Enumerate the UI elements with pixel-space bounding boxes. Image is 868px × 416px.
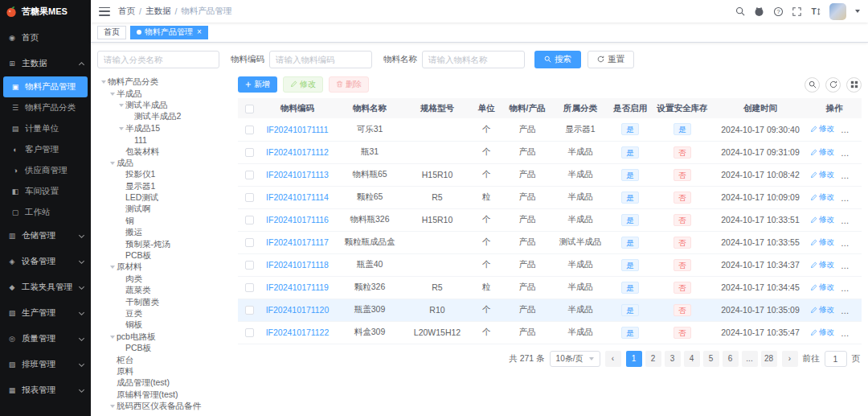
material-code-link[interactable]: IF202410171113: [266, 170, 329, 179]
tab-home[interactable]: 首页: [97, 26, 126, 39]
safety-stock-badge[interactable]: 否: [674, 146, 691, 159]
search-tool-icon[interactable]: [805, 77, 820, 93]
search-button[interactable]: 搜索: [534, 51, 581, 68]
material-code-link[interactable]: IF202410171122: [266, 327, 330, 337]
delete-button[interactable]: 删除: [329, 76, 369, 93]
safety-stock-badge[interactable]: 否: [674, 169, 691, 181]
sidebar-item-home[interactable]: ◉首页: [0, 25, 91, 51]
material-code-input[interactable]: [269, 51, 372, 68]
enabled-badge[interactable]: 是: [621, 214, 639, 226]
tree-node[interactable]: 搬运: [97, 227, 230, 238]
material-code-link[interactable]: IF202410171118: [266, 260, 329, 270]
row-edit-link[interactable]: 修改: [810, 170, 834, 180]
row-checkbox[interactable]: [245, 126, 254, 134]
grid-tool-icon[interactable]: [846, 77, 862, 93]
safety-stock-badge[interactable]: 否: [674, 192, 691, 204]
avatar[interactable]: [829, 3, 846, 20]
row-edit-link[interactable]: 修改: [810, 260, 834, 270]
row-checkbox[interactable]: [245, 328, 254, 337]
tree-node[interactable]: PCB板: [97, 250, 230, 262]
row-checkbox[interactable]: [245, 306, 254, 315]
next-page-button[interactable]: ›: [782, 351, 798, 367]
safety-stock-badge[interactable]: 否: [674, 327, 691, 339]
tree-node[interactable]: 半成品15: [97, 123, 230, 134]
safety-stock-badge[interactable]: 否: [674, 304, 691, 316]
enabled-badge[interactable]: 是: [621, 237, 639, 249]
safety-stock-badge[interactable]: 否: [674, 237, 691, 249]
tree-node[interactable]: LED测试: [97, 192, 230, 204]
breadcrumb-item[interactable]: 主数据: [145, 6, 171, 17]
tree-node[interactable]: 投影仪1: [97, 169, 230, 180]
tree-node[interactable]: 测试半成品2: [97, 111, 230, 122]
safety-stock-badge[interactable]: 否: [674, 259, 691, 271]
row-checkbox[interactable]: [245, 238, 254, 247]
tree-node[interactable]: 成品管理(test): [97, 377, 230, 389]
material-code-link[interactable]: IF202410171112: [266, 147, 329, 157]
material-code-link[interactable]: IF202410171114: [266, 192, 329, 202]
tree-search-input[interactable]: [97, 51, 219, 68]
enabled-badge[interactable]: 是: [621, 304, 639, 316]
tree-node[interactable]: 显示器1: [97, 181, 230, 192]
row-checkbox[interactable]: [245, 261, 254, 270]
sidebar-item-material-product-category[interactable]: ☰物料产品分类: [0, 97, 91, 118]
page-button-4[interactable]: 4: [684, 351, 700, 367]
tree-node[interactable]: 原材料: [97, 262, 230, 273]
sidebar-toggle-icon[interactable]: [99, 7, 110, 16]
sidebar-item-workshop-settings[interactable]: ◧车间设置: [0, 181, 91, 202]
tree-node[interactable]: 半成品: [97, 88, 230, 99]
sidebar-item-quality-management[interactable]: ◎质量管理: [0, 326, 91, 352]
sidebar-item-tooling-management[interactable]: ◆工装夹具管理: [0, 274, 91, 300]
enabled-badge[interactable]: 是: [621, 123, 639, 135]
material-name-input[interactable]: [422, 51, 525, 68]
page-button-6[interactable]: 6: [723, 351, 739, 367]
tree-node[interactable]: 预制菜-炖汤: [97, 238, 230, 249]
tree-node[interactable]: 原辅料管理(test): [97, 389, 230, 401]
enabled-badge[interactable]: 是: [621, 259, 639, 271]
tree-node[interactable]: 包装材料: [97, 146, 230, 157]
prev-page-button[interactable]: ‹: [605, 351, 621, 367]
safety-stock-badge[interactable]: 是: [674, 123, 691, 135]
sidebar-item-master-data[interactable]: ⊞主数据: [0, 51, 91, 76]
page-ellipsis[interactable]: ...: [742, 351, 758, 367]
tree-node[interactable]: 物料产品分类: [97, 76, 230, 88]
close-tab-icon[interactable]: ×: [197, 28, 202, 36]
tree-node[interactable]: PCB板: [97, 343, 230, 354]
add-button[interactable]: 新增: [238, 76, 277, 93]
question-icon[interactable]: ?: [773, 6, 784, 17]
page-button-1[interactable]: 1: [626, 351, 642, 367]
row-checkbox[interactable]: [245, 283, 254, 292]
tree-node[interactable]: 原料: [97, 366, 230, 377]
search-icon[interactable]: [735, 6, 745, 16]
tree-node[interactable]: 111: [97, 134, 230, 146]
enabled-badge[interactable]: 是: [621, 169, 639, 181]
material-code-link[interactable]: IF202410171111: [266, 125, 328, 134]
sidebar-item-production-management[interactable]: ▧生产管理: [0, 300, 91, 326]
breadcrumb-item[interactable]: 首页: [118, 6, 135, 17]
tab-material-product-management[interactable]: 物料产品管理×: [130, 26, 208, 39]
row-edit-link[interactable]: 修改: [810, 147, 834, 158]
sidebar-item-measure-unit[interactable]: ▤计量单位: [0, 118, 91, 139]
caret-down-icon[interactable]: [855, 10, 860, 13]
page-button-2[interactable]: 2: [645, 351, 661, 367]
sidebar-item-workstation[interactable]: ▢工作站: [0, 202, 91, 223]
row-edit-link[interactable]: 修改: [810, 237, 834, 248]
row-edit-link[interactable]: 修改: [810, 192, 834, 203]
refresh-tool-icon[interactable]: [825, 77, 841, 93]
page-button-3[interactable]: 3: [665, 351, 681, 367]
tree-node[interactable]: 测试啊: [97, 204, 230, 215]
row-edit-link[interactable]: 修改: [810, 282, 834, 293]
sidebar-item-warehouse-management[interactable]: ▥仓储管理: [0, 223, 91, 249]
row-edit-link[interactable]: 修改: [810, 305, 834, 315]
material-code-link[interactable]: IF202410171119: [266, 282, 329, 292]
tree-node[interactable]: 豆类: [97, 308, 230, 319]
fullscreen-icon[interactable]: [792, 7, 801, 16]
safety-stock-badge[interactable]: 否: [674, 282, 691, 294]
sidebar-item-material-product-management[interactable]: ▣物料产品管理: [3, 76, 88, 97]
goto-page-input[interactable]: [825, 351, 847, 367]
tree-node[interactable]: 蔬菜类: [97, 285, 230, 296]
enabled-badge[interactable]: 是: [621, 282, 639, 294]
select-all-checkbox[interactable]: [245, 105, 254, 113]
row-checkbox[interactable]: [245, 171, 254, 179]
safety-stock-badge[interactable]: 否: [674, 214, 691, 226]
tree-node[interactable]: 肉类: [97, 274, 230, 285]
